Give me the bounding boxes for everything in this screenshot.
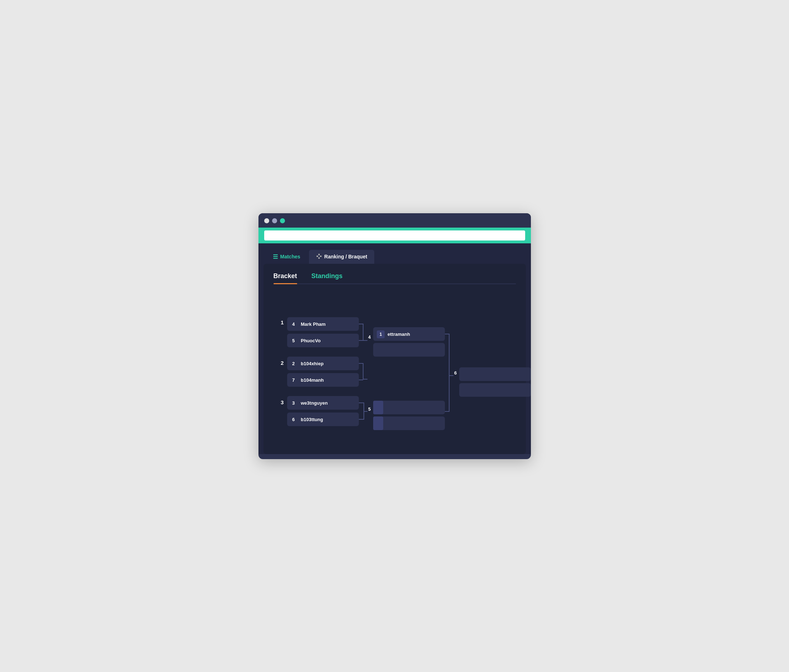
match4-slot2	[373, 343, 445, 357]
svg-rect-0	[316, 255, 318, 257]
match6-slot1	[459, 367, 531, 381]
browser-window: ☰ Matches Ranking / Braque	[259, 213, 531, 459]
seed-3-name: we3tnguyen	[300, 400, 327, 406]
seed-5-name: PhuocVo	[301, 338, 321, 343]
seed-4-num: 4	[292, 321, 295, 327]
tab-ranking-label: Ranking / Braquet	[324, 254, 367, 260]
close-dot[interactable]	[264, 218, 269, 223]
match5-seed-box1	[373, 401, 383, 414]
browser-content: ☰ Matches Ranking / Braque	[259, 243, 531, 454]
subtab-bracket-label: Bracket	[273, 272, 297, 279]
subtab-bracket[interactable]: Bracket	[273, 272, 297, 284]
svg-rect-2	[318, 257, 320, 259]
browser-titlebar	[259, 213, 531, 243]
match5-slot2	[373, 417, 445, 430]
seed-7-num: 7	[292, 377, 295, 383]
connector-m5	[445, 376, 449, 412]
match4-seed-num: 1	[379, 332, 382, 337]
match5-label: 5	[368, 406, 371, 412]
inner-panel: Bracket Standings 1 4 Mark Pham	[264, 264, 526, 454]
seed-row-5	[287, 334, 359, 347]
seed-2-name: b104xhiep	[301, 361, 324, 366]
main-tabs: ☰ Matches Ranking / Braque	[259, 243, 531, 264]
match5-slot1	[373, 401, 445, 414]
bracket-svg: 1 4 Mark Pham 5 PhuocVo 2 2 b104xhiep	[277, 298, 514, 435]
match5-seed-box2	[373, 417, 383, 430]
match4-label: 4	[368, 334, 371, 340]
group3-label: 3	[281, 399, 284, 405]
group1-label: 1	[281, 319, 284, 326]
connector-m4	[445, 334, 454, 376]
svg-rect-3	[320, 255, 321, 257]
seed-5-num: 5	[292, 338, 295, 343]
urlbar-wrap	[259, 228, 531, 243]
tab-matches[interactable]: ☰ Matches	[266, 250, 308, 264]
connector-g2-top	[359, 364, 367, 379]
bracket-icon	[316, 254, 322, 260]
match6-label: 6	[454, 370, 457, 376]
connector-g3-bot	[359, 412, 364, 419]
group2-label: 2	[281, 360, 284, 366]
minimize-dot[interactable]	[272, 218, 277, 223]
bracket-area: 1 4 Mark Pham 5 PhuocVo 2 2 b104xhiep	[273, 295, 516, 440]
seed-7-name: b104manh	[301, 377, 324, 383]
match6-slot2	[459, 383, 531, 397]
svg-rect-1	[318, 254, 320, 255]
sub-tabs: Bracket Standings	[273, 272, 516, 284]
seed-2-num: 2	[292, 361, 295, 366]
url-input[interactable]	[264, 230, 525, 241]
subtab-standings-label: Standings	[311, 272, 343, 279]
connector-g3-top	[359, 403, 367, 412]
seed-6-num: 6	[292, 417, 295, 422]
subtab-standings[interactable]: Standings	[311, 272, 343, 284]
list-icon: ☰	[273, 254, 278, 260]
tab-ranking[interactable]: Ranking / Braquet	[309, 250, 375, 264]
maximize-dot[interactable]	[280, 218, 285, 223]
seed-3-num: 3	[292, 400, 295, 406]
connector-g1-top	[359, 324, 367, 340]
seed-6-name: b103ttung	[301, 417, 323, 422]
tab-matches-label: Matches	[280, 254, 300, 260]
seed-4-name: Mark Pham	[301, 321, 326, 327]
window-controls	[264, 218, 525, 223]
match4-name: ettramanh	[388, 332, 410, 337]
